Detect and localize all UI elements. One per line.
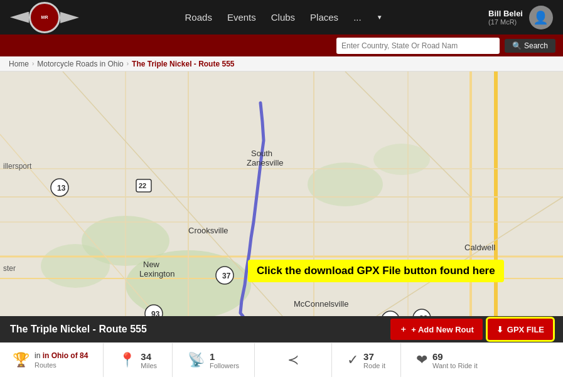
search-input[interactable] [336,38,500,54]
right-wing-icon [60,12,79,23]
stat-distance: 📍 34 Miles [104,343,173,377]
svg-text:illersport: illersport [3,162,32,171]
logo-wings: MR [10,2,79,33]
distance-text: 34 Miles [141,351,157,369]
left-wing-icon [10,12,29,23]
share-icon[interactable]: ≺ [270,352,316,368]
want-ride-label: Want to Ride it [432,362,478,369]
map-container: South Zanesville Crooksville New Lexingt… [0,72,563,316]
want-ride-text: 69 Want to Ride it [432,351,478,369]
rode-icon: ✓ [347,352,358,368]
followers-label: Followers [210,362,239,369]
ohio-link[interactable]: in Ohio of 84 [43,351,88,360]
rode-label: Rode it [363,362,385,369]
main-nav: Roads Events Clubs Places ... ▼ [185,12,383,23]
nav-roads[interactable]: Roads [185,12,212,23]
stat-followers: 📡 1 Followers [173,343,255,377]
gpx-label: GPX FILE [507,325,544,334]
svg-text:93: 93 [151,310,160,316]
logo-text: MR [41,15,48,19]
stat-share[interactable]: ≺ [255,343,332,377]
nav-more-chevron: ▼ [377,14,383,21]
svg-text:Zanesville: Zanesville [247,158,284,167]
svg-text:Caldwell: Caldwell [464,243,495,252]
add-route-button[interactable]: ＋ + Add New Rout [390,319,483,340]
add-route-label: + Add New Rout [411,325,474,334]
stat-rank: 🏆 in in Ohio of 84 Routes [13,343,104,377]
plus-icon: ＋ [399,324,407,335]
nav-places[interactable]: Places [310,12,338,23]
logo-area: MR [10,2,79,33]
stats-bar: 🏆 in in Ohio of 84 Routes 📍 34 Miles 📡 1… [0,342,563,377]
stat-rode-it: ✓ 37 Rode it [332,343,401,377]
followers-text: 1 Followers [210,351,239,369]
nav-more[interactable]: ... [353,12,362,23]
svg-text:13: 13 [57,184,66,193]
breadcrumb-home[interactable]: Home [9,60,29,68]
nav-events[interactable]: Events [227,12,256,23]
rank-sub: Routes [35,361,88,369]
rode-num: 37 [363,351,385,362]
user-name: Bill Belei [488,9,523,18]
rode-text: 37 Rode it [363,351,385,369]
want-ride-num: 69 [432,351,478,362]
svg-text:Crooksville: Crooksville [188,226,228,235]
distance-label: Miles [141,362,157,369]
stat-want-ride: ❤ 69 Want to Ride it [401,343,493,377]
bottom-bar: The Triple Nickel - Route 555 ＋ + Add Ne… [0,316,563,342]
breadcrumb-ohio[interactable]: Motorcycle Roads in Ohio [37,60,123,68]
svg-text:McConnelsville: McConnelsville [294,299,348,309]
svg-point-3 [41,244,110,288]
search-bar: 🔍 Search [0,34,563,56]
action-buttons: ＋ + Add New Rout ⬇ GPX FILE [390,319,553,340]
tooltip-overlay: Click the download GPX File button found… [248,260,504,282]
breadcrumb-chevron-2: › [127,60,129,67]
svg-text:22: 22 [139,182,146,189]
heart-icon: ❤ [416,352,427,368]
rank-text: in in Ohio of 84 Routes [35,351,88,369]
search-icon: 🔍 [512,41,522,50]
nav-clubs[interactable]: Clubs [271,12,295,23]
avatar[interactable]: 👤 [529,6,553,29]
distance-num: 34 [141,351,157,362]
user-area: Bill Belei (17 McR) 👤 [488,6,553,29]
download-icon: ⬇ [496,325,503,334]
svg-text:Lexington: Lexington [139,269,174,278]
followers-num: 1 [210,351,239,362]
gpx-download-button[interactable]: ⬇ GPX FILE [488,319,553,340]
breadcrumb-current: The Triple Nickel - Route 555 [132,60,234,68]
svg-text:New: New [143,260,160,269]
svg-text:South: South [251,149,272,158]
search-button[interactable]: 🔍 Search [505,39,555,53]
svg-text:37: 37 [222,272,231,280]
svg-text:ster: ster [3,264,16,273]
search-label: Search [524,41,548,50]
breadcrumb-chevron-1: › [32,60,34,67]
logo-circle: MR [29,2,60,33]
rank-icon: 🏆 [13,352,29,368]
svg-text:83: 83 [419,314,428,316]
header: MR Roads Events Clubs Places ... ▼ Bill … [0,0,563,34]
route-title: The Triple Nickel - Route 555 [10,324,147,335]
breadcrumb: Home › Motorcycle Roads in Ohio › The Tr… [0,56,563,72]
distance-icon: 📍 [119,352,136,368]
user-credits: (17 McR) [488,18,523,26]
followers-icon: 📡 [188,352,205,368]
